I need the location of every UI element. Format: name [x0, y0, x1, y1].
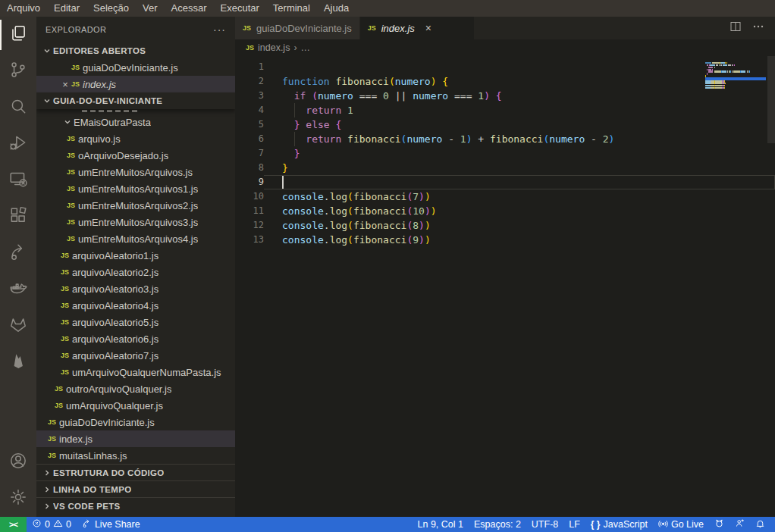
menu-editar[interactable]: Editar [47, 0, 86, 17]
explorer-sidebar: EXPLORADOR ··· EDITORES ABERTOSJSguiaDoD… [36, 17, 235, 517]
statusbar-notifications[interactable] [750, 517, 770, 532]
statusbar-cursor-position[interactable]: Ln 9, Col 1 [413, 517, 469, 532]
statusbar-indentation[interactable]: Espaços: 2 [469, 517, 526, 532]
file-arquivoAleatorio3.js[interactable]: JSarquivoAleatorio3.js [36, 280, 235, 297]
code-text: } [264, 161, 775, 175]
code-line-11[interactable]: 11console.log(fibonacci(10)) [235, 204, 775, 218]
section-vs-code-pets[interactable]: VS CODE PETS [36, 497, 235, 514]
activitybar-docker[interactable] [0, 271, 36, 308]
folder-EMaisOutraPasta[interactable]: EMaisOutraPasta [36, 114, 235, 130]
breadcrumb[interactable]: JS index.js › … [235, 39, 775, 56]
item-label: umEntreMuitosArquivos1.js [78, 183, 198, 195]
code-line-9[interactable]: 9 [235, 175, 775, 189]
code-line-1[interactable]: 1 [235, 60, 775, 74]
activitybar-live-share[interactable] [0, 235, 36, 271]
js-file-icon: JS [61, 335, 72, 343]
menu-seleção[interactable]: Seleção [86, 0, 136, 17]
open-editor-guiaDoDevIniciante.js[interactable]: JSguiaDoDevIniciante.js [36, 59, 235, 76]
file-outroArquivoQualquer.js[interactable]: JSoutroArquivoQualquer.js [36, 380, 235, 397]
section-linha-do-tempo[interactable]: LINHA DO TEMPO [36, 480, 235, 497]
minimap[interactable] [705, 60, 766, 89]
file-arquivoAleatorio1.js[interactable]: JSarquivoAleatorio1.js [36, 247, 235, 264]
file-arquivoAleatorio7.js[interactable]: JSarquivoAleatorio7.js [36, 347, 235, 364]
open-editors-header[interactable]: EDITORES ABERTOS [36, 42, 235, 59]
file-umEntreMuitosArquivos2.js[interactable]: JSumEntreMuitosArquivos2.js [36, 197, 235, 214]
item-label: umEntreMuitosArquivos.js [78, 167, 193, 178]
views-and-more-actions-icon[interactable]: ··· [213, 23, 226, 36]
statusbar-live-share[interactable]: Live Share [77, 517, 146, 532]
file-oArquivoDesejado.js[interactable]: JSoArquivoDesejado.js [36, 147, 235, 164]
code-line-12[interactable]: 12console.log(fibonacci(8)) [235, 218, 775, 233]
file-index.js[interactable]: JSindex.js [36, 430, 235, 447]
code-line-8[interactable]: 8} [235, 161, 775, 175]
file-umEntreMuitosArquivos1.js[interactable]: JSumEntreMuitosArquivos1.js [36, 180, 235, 197]
file-muitasLinhas.js[interactable]: JSmuitasLinhas.js [36, 447, 235, 464]
item-label: arquivoAleatorio7.js [72, 350, 158, 361]
code-line-4[interactable]: 4 return 1 [235, 103, 775, 117]
activitybar-search[interactable] [0, 89, 36, 126]
file-arquivoAleatorio6.js[interactable]: JSarquivoAleatorio6.js [36, 330, 235, 347]
activitybar-settings[interactable] [0, 480, 36, 517]
activitybar-accounts[interactable] [0, 444, 36, 480]
menu-arquivo[interactable]: Arquivo [0, 0, 47, 17]
code-line-5[interactable]: 5 } else { [235, 117, 775, 132]
line-number: 3 [235, 89, 264, 103]
more-actions-icon[interactable] [752, 20, 764, 36]
workspace-header[interactable]: GUIA-DO-DEV-INICIANTE [36, 92, 235, 109]
activitybar-explorer[interactable] [0, 17, 36, 53]
tab-guiaDoDevIniciante.js[interactable]: JSguiaDoDevIniciante.js [235, 17, 359, 39]
file-umArquivoQualquerNumaPasta.js[interactable]: JSumArquivoQualquerNumaPasta.js [36, 364, 235, 380]
file-arquivoAleatorio5.js[interactable]: JSarquivoAleatorio5.js [36, 314, 235, 330]
files-icon [8, 23, 28, 46]
code-line-6[interactable]: 6 return fibonacci(numero - 1) + fibonac… [235, 132, 775, 146]
code-line-2[interactable]: 2function fibonacci(numero) { [235, 74, 775, 89]
statusbar-encoding[interactable]: UTF-8 [526, 517, 563, 532]
code-line-7[interactable]: 7 } [235, 146, 775, 161]
menu-acessar[interactable]: Acessar [165, 0, 214, 17]
activitybar-gitlab[interactable] [0, 308, 36, 344]
code-line-13[interactable]: 13console.log(fibonacci(9)) [235, 233, 775, 247]
activitybar-source-control[interactable] [0, 53, 36, 89]
statusbar-language-mode[interactable]: { }JavaScript [585, 517, 653, 532]
activitybar-run-and-debug[interactable] [0, 126, 36, 162]
close-icon[interactable]: × [425, 22, 431, 34]
file-arquivoAleatorio4.js[interactable]: JSarquivoAleatorio4.js [36, 297, 235, 314]
code-line-3[interactable]: 3 if (numero === 0 || numero === 1) { [235, 89, 775, 103]
menu-ajuda[interactable]: Ajuda [317, 0, 356, 17]
breadcrumb-file[interactable]: index.js [258, 42, 290, 53]
file-arquivo.js[interactable]: JSarquivo.js [36, 130, 235, 147]
menu-terminal[interactable]: Terminal [266, 0, 317, 17]
activitybar-firebase[interactable] [0, 344, 36, 380]
statusbar-go-live[interactable]: Go Live [653, 517, 709, 532]
js-file-icon: JS [48, 452, 59, 459]
statusbar-pet[interactable] [709, 517, 730, 532]
file-guiaDoDevIniciante.js[interactable]: JSguiaDoDevIniciante.js [36, 414, 235, 430]
file-arquivoAleatorio2.js[interactable]: JSarquivoAleatorio2.js [36, 264, 235, 280]
section-estrutura-do-código[interactable]: ESTRUTURA DO CÓDIGO [36, 464, 235, 480]
file-umArquivoQualquer.js[interactable]: JSumArquivoQualquer.js [36, 397, 235, 414]
breadcrumb-more[interactable]: … [301, 42, 311, 53]
statusbar-eol[interactable]: LF [563, 517, 585, 532]
file-umEntreMuitosArquivos.js[interactable]: JSumEntreMuitosArquivos.js [36, 164, 235, 180]
tab-index.js[interactable]: JSindex.js× [360, 17, 474, 39]
line-number: 11 [235, 204, 264, 218]
editor-scrollbar[interactable] [767, 56, 775, 517]
tab-label: guiaDoDevIniciante.js [256, 23, 352, 34]
code-text [264, 175, 775, 189]
menu-executar[interactable]: Executar [214, 0, 266, 17]
code-line-10[interactable]: 10console.log(fibonacci(7)) [235, 189, 775, 204]
statusbar-feedback[interactable] [730, 517, 750, 532]
close-icon[interactable]: × [59, 79, 71, 90]
split-editor-icon[interactable] [730, 20, 742, 36]
open-editor-index.js[interactable]: ×JSindex.js [36, 76, 235, 92]
activitybar-extensions[interactable] [0, 199, 36, 235]
js-file-icon: JS [67, 235, 78, 243]
statusbar-diagnostics[interactable]: 00 [27, 517, 77, 532]
code-editor[interactable]: 12function fibonacci(numero) {3 if (nume… [235, 56, 775, 517]
activitybar-remote-explorer[interactable] [0, 162, 36, 199]
file-umEntreMuitosArquivos4.js[interactable]: JSumEntreMuitosArquivos4.js [36, 230, 235, 247]
js-file-icon: JS [48, 418, 59, 426]
menu-ver[interactable]: Ver [136, 0, 165, 17]
file-umEntreMuitosArquivos3.js[interactable]: JSumEntreMuitosArquivos3.js [36, 214, 235, 230]
remote-indicator[interactable]: >< [0, 517, 27, 532]
